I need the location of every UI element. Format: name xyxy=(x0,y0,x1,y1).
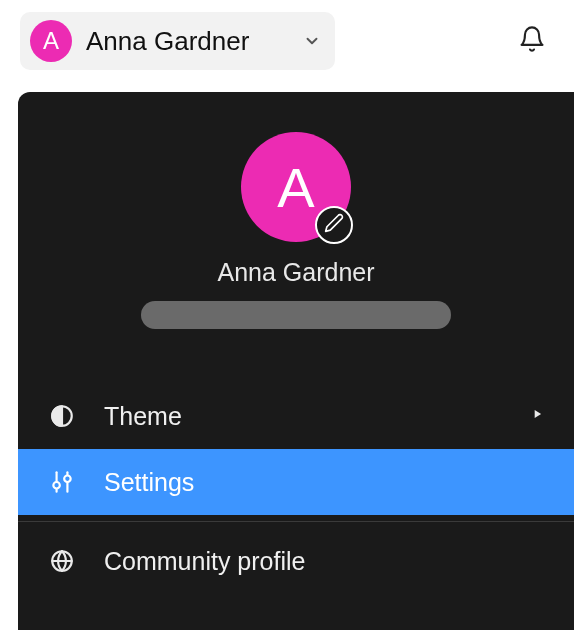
globe-icon xyxy=(48,547,76,575)
svg-point-3 xyxy=(53,482,60,489)
profile-section: A Anna Gardner xyxy=(18,92,574,353)
chevron-down-icon xyxy=(303,32,321,50)
notifications-button[interactable] xyxy=(510,19,554,63)
menu-item-label: Theme xyxy=(104,402,502,431)
menu-item-community-profile[interactable]: Community profile xyxy=(18,528,574,594)
avatar-small: A xyxy=(30,20,72,62)
menu-item-settings[interactable]: Settings xyxy=(18,449,574,515)
svg-point-5 xyxy=(64,476,71,483)
svg-marker-1 xyxy=(535,410,541,418)
user-dropdown-panel: A Anna Gardner Theme xyxy=(18,92,574,630)
menu-item-theme[interactable]: Theme xyxy=(18,383,574,449)
dropdown-menu: Theme Settings xyxy=(18,383,574,594)
sliders-icon xyxy=(48,468,76,496)
user-chip-name: Anna Gardner xyxy=(86,26,249,57)
profile-handle-placeholder[interactable] xyxy=(141,301,451,329)
avatar-small-initial: A xyxy=(43,27,59,55)
menu-item-label: Community profile xyxy=(104,547,544,576)
avatar-large-wrap: A xyxy=(241,132,351,242)
contrast-icon xyxy=(48,402,76,430)
menu-divider xyxy=(18,521,574,522)
menu-item-label: Settings xyxy=(104,468,544,497)
avatar-large-initial: A xyxy=(277,155,314,220)
bell-icon xyxy=(518,25,546,57)
edit-avatar-button[interactable] xyxy=(315,206,353,244)
pencil-icon xyxy=(324,213,344,237)
submenu-arrow-icon xyxy=(530,407,544,425)
profile-display-name: Anna Gardner xyxy=(217,258,374,287)
user-chip[interactable]: A Anna Gardner xyxy=(20,12,335,70)
top-bar: A Anna Gardner xyxy=(0,0,574,70)
